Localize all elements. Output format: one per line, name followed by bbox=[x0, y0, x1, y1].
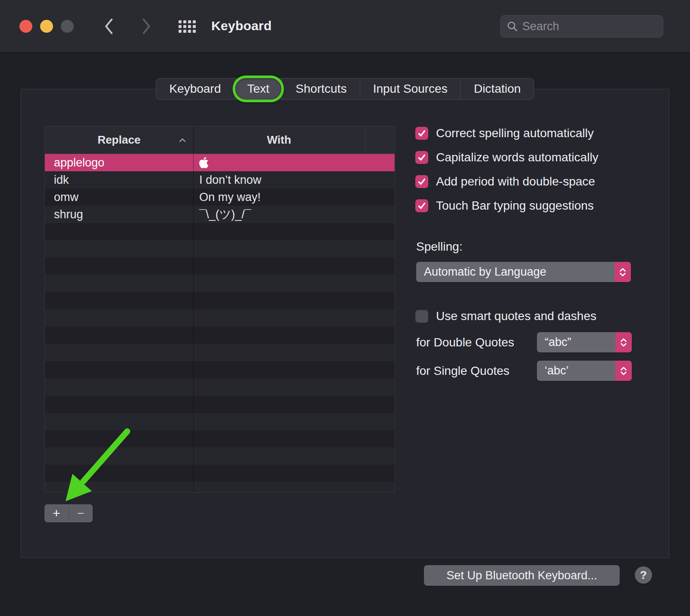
remove-replacement-button[interactable]: − bbox=[69, 504, 93, 522]
single-quotes-label: for Single Quotes bbox=[416, 361, 509, 381]
popup-value: Automatic by Language bbox=[416, 265, 615, 279]
search-input[interactable] bbox=[522, 20, 663, 33]
add-remove-control: + − bbox=[44, 504, 93, 522]
tab-text[interactable]: Text bbox=[234, 79, 282, 99]
checkbox-row: Capitalize words automatically bbox=[415, 151, 599, 164]
table-header: Replace With bbox=[45, 126, 395, 154]
checkbox-row: Add period with double-space bbox=[415, 175, 599, 188]
checkbox-label: Capitalize words automatically bbox=[436, 151, 599, 164]
table-row-applelogo[interactable]: applelogo bbox=[45, 154, 395, 171]
cell-with: On my way! bbox=[193, 191, 395, 204]
tab-label: Keyboard bbox=[169, 82, 221, 96]
table-row-empty[interactable] bbox=[45, 309, 395, 327]
tab-shortcuts[interactable]: Shortcuts bbox=[282, 79, 360, 99]
checkbox-label: Correct spelling automatically bbox=[436, 126, 594, 140]
spelling-popup[interactable]: Automatic by Language bbox=[416, 262, 631, 282]
apple-logo-icon bbox=[199, 157, 208, 168]
double-quotes-popup[interactable]: “abc” bbox=[537, 332, 632, 352]
table-row-idk[interactable]: idkI don’t know bbox=[45, 171, 395, 189]
table-row-empty[interactable] bbox=[45, 482, 395, 493]
table-row-empty[interactable] bbox=[45, 258, 395, 275]
question-mark-icon: ? bbox=[640, 569, 647, 582]
tab-label: Dictation bbox=[474, 82, 521, 96]
checkbox-touch-bar-typing-suggestions[interactable] bbox=[415, 199, 428, 212]
text-replacements-table: Replace With applelogoidkI don’t knowomw… bbox=[44, 126, 395, 493]
back-button[interactable] bbox=[99, 16, 118, 37]
search-field[interactable] bbox=[500, 15, 663, 38]
checkmark-icon bbox=[417, 129, 427, 138]
minimize-button[interactable] bbox=[40, 20, 53, 33]
help-button[interactable]: ? bbox=[635, 566, 652, 584]
table-row-empty[interactable] bbox=[45, 292, 395, 309]
checkbox-label: Add period with double-space bbox=[436, 175, 595, 189]
table-row-empty[interactable] bbox=[45, 447, 395, 465]
smart-quotes-row: Use smart quotes and dashes bbox=[415, 309, 596, 323]
tab-dictation[interactable]: Dictation bbox=[461, 79, 534, 99]
checkmark-icon bbox=[417, 201, 427, 211]
fullscreen-button[interactable] bbox=[61, 20, 74, 33]
popup-stepper-icon bbox=[615, 332, 632, 352]
keyboard-preferences-window: Keyboard KeyboardTextShortcutsInput Sour… bbox=[0, 0, 690, 616]
popup-value: ‘abc’ bbox=[537, 364, 615, 377]
table-row-shrug[interactable]: shrug¯\_(ツ)_/¯ bbox=[45, 206, 395, 223]
checkbox-add-period-with-double-space[interactable] bbox=[415, 175, 428, 188]
column-header-label: With bbox=[267, 133, 291, 147]
cell-with bbox=[193, 157, 395, 168]
checkbox-row: Correct spelling automatically bbox=[415, 126, 599, 140]
column-divider bbox=[193, 126, 194, 492]
chevron-right-icon bbox=[141, 17, 152, 36]
chevron-left-icon bbox=[103, 17, 114, 36]
table-row-empty[interactable] bbox=[45, 396, 395, 413]
window-title: Keyboard bbox=[211, 19, 272, 33]
popup-value: “abc” bbox=[537, 336, 615, 349]
cell-replace: idk bbox=[45, 173, 193, 187]
table-row-empty[interactable] bbox=[45, 430, 395, 447]
table-row-empty[interactable] bbox=[45, 344, 395, 361]
search-icon bbox=[507, 21, 518, 32]
checkbox-capitalize-words-automatically[interactable] bbox=[415, 151, 428, 164]
table-row-empty[interactable] bbox=[45, 327, 395, 344]
table-row-empty[interactable] bbox=[45, 465, 395, 482]
checkbox-label: Use smart quotes and dashes bbox=[436, 309, 596, 323]
table-row-empty[interactable] bbox=[45, 378, 395, 396]
minus-icon: − bbox=[77, 506, 84, 520]
table-row-empty[interactable] bbox=[45, 361, 395, 378]
table-row-empty[interactable] bbox=[45, 413, 395, 430]
column-header-replace[interactable]: Replace bbox=[45, 126, 193, 154]
tab-label: Input Sources bbox=[373, 82, 448, 96]
checkmark-icon bbox=[417, 153, 427, 162]
tab-label: Shortcuts bbox=[296, 82, 347, 96]
table-row-empty[interactable] bbox=[45, 275, 395, 292]
cell-replace: omw bbox=[45, 191, 193, 204]
checkbox-row: Touch Bar typing suggestions bbox=[415, 199, 599, 212]
checkbox-correct-spelling-automatically[interactable] bbox=[415, 127, 428, 140]
titlebar: Keyboard bbox=[0, 0, 690, 53]
tab-label: Text bbox=[247, 82, 269, 96]
setup-bluetooth-keyboard-button[interactable]: Set Up Bluetooth Keyboard... bbox=[424, 565, 620, 586]
table-row-omw[interactable]: omwOn my way! bbox=[45, 189, 395, 206]
popup-stepper-icon bbox=[615, 262, 631, 282]
table-row-empty[interactable] bbox=[45, 223, 395, 240]
spelling-options: Correct spelling automaticallyCapitalize… bbox=[415, 126, 599, 223]
checkbox-label: Touch Bar typing suggestions bbox=[436, 199, 594, 213]
forward-button[interactable] bbox=[137, 16, 156, 37]
add-replacement-button[interactable]: + bbox=[44, 504, 69, 522]
tab-input-sources[interactable]: Input Sources bbox=[360, 79, 461, 99]
checkbox-use-smart-quotes-and-dashes[interactable] bbox=[415, 310, 428, 323]
sort-ascending-icon bbox=[179, 138, 186, 143]
tab-keyboard[interactable]: Keyboard bbox=[156, 79, 234, 99]
column-header-label: Replace bbox=[97, 133, 141, 147]
double-quotes-label: for Double Quotes bbox=[416, 332, 514, 352]
cell-replace: shrug bbox=[45, 208, 193, 221]
show-all-grid-icon[interactable] bbox=[179, 20, 196, 33]
cell-with: ¯\_(ツ)_/¯ bbox=[193, 207, 395, 222]
table-body: applelogoidkI don’t knowomwOn my way!shr… bbox=[45, 154, 395, 493]
close-button[interactable] bbox=[19, 20, 32, 33]
header-divider bbox=[365, 126, 365, 154]
cell-replace: applelogo bbox=[45, 156, 193, 170]
column-header-with[interactable]: With bbox=[193, 126, 365, 154]
checkmark-icon bbox=[417, 177, 427, 186]
table-row-empty[interactable] bbox=[45, 240, 395, 258]
single-quotes-popup[interactable]: ‘abc’ bbox=[537, 361, 632, 381]
tab-bar: KeyboardTextShortcutsInput SourcesDictat… bbox=[156, 78, 534, 100]
